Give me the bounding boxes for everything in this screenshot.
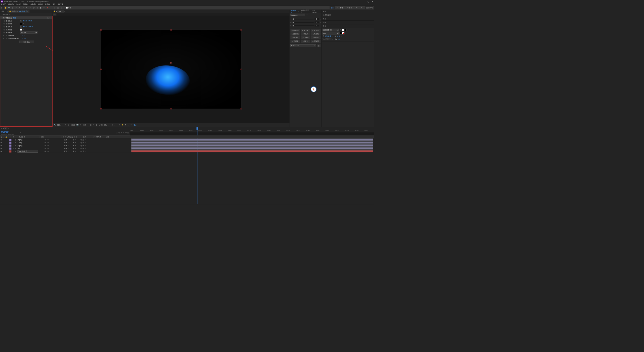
parent-dropdown[interactable]: 无 [83, 145, 84, 147]
eyedropper-icon[interactable]: ✐ [23, 29, 25, 30]
visibility-icon[interactable]: ◉ [1, 139, 3, 141]
maximize-button[interactable]: ▢ [368, 0, 369, 3]
slider-1-val[interactable]: 0 [315, 18, 319, 20]
layer-trkmat[interactable]: 无 ▾ [73, 147, 80, 150]
task-launch-dropdown[interactable]: Task Launch [290, 44, 316, 47]
parent-dropdown[interactable]: 无 [83, 150, 84, 153]
pixel-aspect-icon[interactable]: ⊞ [119, 124, 120, 126]
visibility-icon[interactable]: ◉ [1, 148, 3, 150]
layer-duration-bar[interactable] [131, 147, 373, 149]
roto-tool[interactable]: ✂ [43, 6, 46, 9]
tl-icon-2[interactable]: ◐ [118, 132, 120, 134]
time-ruler[interactable]: 0000000100002000030000400005000060000700… [130, 130, 374, 132]
search-layers[interactable]: ⌕ [20, 132, 21, 133]
type-tool[interactable]: T [29, 6, 32, 9]
layer-trkmat[interactable]: 无 ▾ [73, 150, 80, 153]
slider-2-val[interactable]: 0 [315, 21, 319, 23]
btn-burst[interactable]: ✦ BURST [311, 29, 321, 32]
end-color-chip[interactable] [20, 28, 22, 30]
comp-lock-icon[interactable]: 🔒 [53, 10, 56, 12]
pickwhip-icon[interactable]: @ [80, 151, 82, 152]
tab-project[interactable]: 项目 [0, 10, 6, 13]
layer-color[interactable] [9, 142, 11, 144]
zoom-level[interactable]: 50% [57, 124, 61, 126]
resize-handle[interactable] [240, 69, 242, 70]
pickwhip-icon[interactable]: @ [80, 139, 82, 140]
leading[interactable]: 自动 [337, 35, 340, 37]
stopwatch-icon[interactable]: ◷ [6, 34, 7, 37]
layer-duration-bar[interactable] [131, 138, 373, 140]
col-parent[interactable]: 父级 [105, 136, 130, 138]
zoom-tool[interactable]: 🔍 [8, 6, 11, 9]
snapshot-icon[interactable]: 👁 [80, 124, 82, 126]
composition-canvas[interactable] [101, 30, 241, 109]
frame-number[interactable]: 00069 [71, 124, 75, 126]
panel-align[interactable]: 对齐 [322, 17, 374, 20]
col-layer-name[interactable]: 图层名称 [18, 136, 40, 138]
resolution-icon[interactable]: ▭ [62, 124, 63, 126]
resize-handle[interactable] [171, 108, 172, 110]
layer-switches[interactable]: 半 / fx [45, 145, 64, 147]
slider-3-val[interactable]: 0 [315, 25, 319, 26]
layer-trkmat[interactable]: 无 ▾ [73, 142, 80, 144]
layer-switches[interactable]: 半 / fx [45, 150, 64, 152]
menu-layer[interactable]: 图层(L) [23, 3, 28, 6]
layer-duration-bar[interactable] [131, 150, 373, 152]
parent-dropdown[interactable]: 无 [83, 138, 84, 141]
stopwatch-icon[interactable]: ◷ [4, 26, 5, 28]
crosshair-icon[interactable]: ⊕ [20, 26, 22, 28]
btn-excite[interactable]: ✚ EXCITE [290, 29, 300, 32]
effect-reset[interactable]: 重置 [13, 17, 16, 19]
btn-clone[interactable]: ⎘ CLONE [290, 32, 300, 36]
font-family-dropdown[interactable]: 思源黑体 CN [323, 29, 339, 31]
parent-dropdown[interactable]: 无 [83, 142, 84, 144]
slider-1[interactable] [293, 19, 314, 19]
layer-name[interactable]: [2.png] [18, 145, 38, 147]
layer-name[interactable]: 3.png [18, 142, 38, 144]
menu-help[interactable]: 帮助(H) [58, 3, 63, 6]
fx-badge[interactable]: fx [3, 17, 5, 19]
grid-icon[interactable]: ⊞ [65, 124, 66, 126]
timeline-tab-1[interactable]: 1 [4, 127, 8, 129]
layer-row[interactable]: ◉ 3 ▧ [2.png] 半 / fx 正常 ▾ 无 ▾ @ 无 ▾ [0, 144, 374, 147]
snap-checkbox[interactable] [66, 7, 68, 9]
workspace-more[interactable]: » [360, 7, 363, 9]
col-switches[interactable]: 半 ✱ ＼ fx ▣ ◉ ⊘ ⊕ [62, 136, 82, 138]
font-size[interactable]: 124 像素 [325, 35, 331, 37]
eraser-tool[interactable]: ◧ [39, 6, 43, 9]
col-trkmat[interactable]: T TrkMat [94, 136, 105, 138]
workspace-standard[interactable]: 标准 [339, 6, 345, 9]
layer-switches[interactable]: 半 / fx [45, 142, 64, 144]
layer-row[interactable]: ◉ 4 ▧ sudu 半 / fx 正常 ▾ 无 ▾ @ 无 ▾ [0, 147, 374, 150]
stroke-color[interactable] [344, 29, 347, 31]
view-options-icon[interactable]: ▦ [90, 124, 92, 126]
layer-mode[interactable]: 正常 ▾ [64, 145, 72, 147]
layer-switches[interactable]: 半 / fx [45, 148, 64, 150]
panel-preview[interactable]: 预览 [322, 10, 374, 13]
resize-handle[interactable] [171, 29, 172, 31]
magnify-icon[interactable]: 🔍 [54, 124, 56, 126]
anchor-tool[interactable]: ⊕ [18, 6, 21, 9]
resize-handle[interactable] [100, 108, 102, 110]
pen-tool[interactable]: ✎ [25, 6, 28, 9]
btn-spin[interactable]: ↻ SPIN [301, 40, 310, 43]
btn-null[interactable]: ⊘ NULL [290, 36, 300, 39]
transparency-icon[interactable]: ▩ [96, 124, 97, 126]
resize-handle[interactable] [240, 29, 242, 31]
camera-dropdown[interactable]: 活动摄像机 [99, 124, 107, 126]
resize-handle[interactable] [100, 69, 102, 70]
btn-name[interactable]: ✎ NAME [311, 32, 321, 36]
camera-icon[interactable]: 📷 [76, 124, 78, 126]
layer-mode[interactable]: 正常 ▾ [64, 138, 72, 141]
menu-edit[interactable]: 编辑(E) [8, 3, 14, 6]
effect-toggle-arrow[interactable]: ▾ [1, 17, 2, 19]
prop-scatter-val[interactable]: 0.0 [22, 34, 24, 36]
slider-2[interactable] [293, 22, 314, 23]
prop-blend-val[interactable]: 0.0% [22, 38, 26, 39]
motion-version-dropdown[interactable]: Motion v2 [290, 14, 305, 16]
selection-tool[interactable]: ▶ [1, 6, 4, 9]
help-search[interactable]: ⌕ 搜索帮助 [365, 7, 373, 9]
btn-jump[interactable]: ⤴ JUMP [301, 32, 310, 36]
swap-color-1[interactable] [340, 32, 342, 34]
tab-motion2[interactable]: Motion 2 [290, 10, 297, 13]
